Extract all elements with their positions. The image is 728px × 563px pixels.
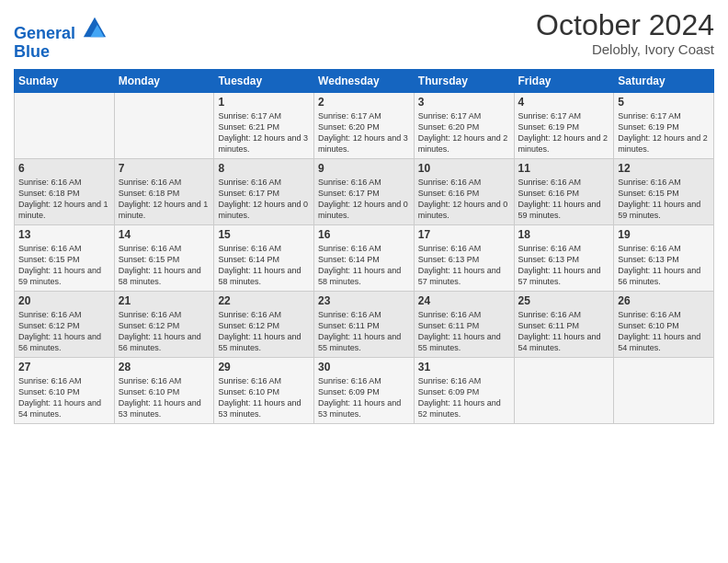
calendar-cell: 2Sunrise: 6:17 AM Sunset: 6:20 PM Daylig… bbox=[314, 92, 415, 158]
calendar-cell: 6Sunrise: 6:16 AM Sunset: 6:18 PM Daylig… bbox=[15, 158, 115, 224]
day-content: Sunrise: 6:16 AM Sunset: 6:11 PM Dayligh… bbox=[418, 309, 510, 354]
calendar-cell: 27Sunrise: 6:16 AM Sunset: 6:10 PM Dayli… bbox=[15, 357, 115, 423]
day-content: Sunrise: 6:16 AM Sunset: 6:10 PM Dayligh… bbox=[218, 375, 310, 420]
day-header-tuesday: Tuesday bbox=[214, 69, 314, 92]
week-row-1: 6Sunrise: 6:16 AM Sunset: 6:18 PM Daylig… bbox=[15, 158, 714, 224]
day-number: 11 bbox=[518, 162, 610, 175]
day-number: 17 bbox=[418, 228, 510, 241]
day-content: Sunrise: 6:16 AM Sunset: 6:18 PM Dayligh… bbox=[119, 177, 210, 222]
day-content: Sunrise: 6:16 AM Sunset: 6:11 PM Dayligh… bbox=[518, 309, 610, 354]
day-header-monday: Monday bbox=[114, 69, 214, 92]
day-header-thursday: Thursday bbox=[414, 69, 514, 92]
calendar-cell: 12Sunrise: 6:16 AM Sunset: 6:15 PM Dayli… bbox=[614, 158, 714, 224]
calendar-cell: 25Sunrise: 6:16 AM Sunset: 6:11 PM Dayli… bbox=[514, 291, 614, 357]
day-header-saturday: Saturday bbox=[614, 69, 714, 92]
day-content: Sunrise: 6:16 AM Sunset: 6:14 PM Dayligh… bbox=[318, 243, 410, 288]
logo: General Blue bbox=[14, 13, 108, 62]
calendar-cell: 26Sunrise: 6:16 AM Sunset: 6:10 PM Dayli… bbox=[614, 291, 714, 357]
header-row: SundayMondayTuesdayWednesdayThursdayFrid… bbox=[15, 69, 714, 92]
day-content: Sunrise: 6:17 AM Sunset: 6:19 PM Dayligh… bbox=[618, 110, 710, 155]
day-content: Sunrise: 6:16 AM Sunset: 6:13 PM Dayligh… bbox=[418, 243, 510, 288]
day-content: Sunrise: 6:16 AM Sunset: 6:15 PM Dayligh… bbox=[18, 243, 110, 288]
day-content: Sunrise: 6:16 AM Sunset: 6:12 PM Dayligh… bbox=[218, 309, 310, 354]
day-header-friday: Friday bbox=[514, 69, 614, 92]
day-number: 29 bbox=[218, 361, 310, 373]
day-content: Sunrise: 6:16 AM Sunset: 6:17 PM Dayligh… bbox=[318, 177, 410, 222]
day-number: 23 bbox=[318, 294, 410, 307]
day-number: 9 bbox=[318, 162, 410, 175]
day-number: 10 bbox=[418, 162, 510, 175]
day-content: Sunrise: 6:16 AM Sunset: 6:11 PM Dayligh… bbox=[318, 309, 410, 354]
calendar-cell bbox=[514, 357, 614, 423]
day-content: Sunrise: 6:16 AM Sunset: 6:10 PM Dayligh… bbox=[18, 375, 110, 420]
calendar-cell: 7Sunrise: 6:16 AM Sunset: 6:18 PM Daylig… bbox=[114, 158, 214, 224]
day-number: 27 bbox=[18, 361, 110, 373]
day-number: 22 bbox=[218, 294, 310, 307]
calendar-cell: 23Sunrise: 6:16 AM Sunset: 6:11 PM Dayli… bbox=[314, 291, 415, 357]
day-number: 12 bbox=[618, 162, 710, 175]
day-number: 24 bbox=[418, 294, 510, 307]
calendar-cell bbox=[614, 357, 714, 423]
week-row-4: 27Sunrise: 6:16 AM Sunset: 6:10 PM Dayli… bbox=[15, 357, 714, 423]
calendar-cell: 15Sunrise: 6:16 AM Sunset: 6:14 PM Dayli… bbox=[214, 224, 314, 291]
day-content: Sunrise: 6:16 AM Sunset: 6:09 PM Dayligh… bbox=[418, 375, 510, 420]
calendar-cell: 16Sunrise: 6:16 AM Sunset: 6:14 PM Dayli… bbox=[314, 224, 415, 291]
day-content: Sunrise: 6:16 AM Sunset: 6:10 PM Dayligh… bbox=[119, 375, 210, 420]
calendar-cell: 9Sunrise: 6:16 AM Sunset: 6:17 PM Daylig… bbox=[314, 158, 415, 224]
calendar-cell: 14Sunrise: 6:16 AM Sunset: 6:15 PM Dayli… bbox=[114, 224, 214, 291]
day-number: 7 bbox=[119, 162, 210, 175]
day-number: 18 bbox=[518, 228, 610, 241]
calendar-cell: 1Sunrise: 6:17 AM Sunset: 6:21 PM Daylig… bbox=[214, 92, 314, 158]
day-number: 16 bbox=[318, 228, 410, 241]
day-number: 19 bbox=[618, 228, 710, 241]
day-content: Sunrise: 6:16 AM Sunset: 6:15 PM Dayligh… bbox=[119, 243, 210, 288]
calendar-cell: 5Sunrise: 6:17 AM Sunset: 6:19 PM Daylig… bbox=[614, 92, 714, 158]
day-content: Sunrise: 6:16 AM Sunset: 6:16 PM Dayligh… bbox=[518, 177, 610, 222]
title-area: October 2024 Delobly, Ivory Coast bbox=[536, 9, 714, 57]
day-number: 6 bbox=[18, 162, 110, 175]
day-content: Sunrise: 6:17 AM Sunset: 6:20 PM Dayligh… bbox=[418, 110, 510, 155]
day-number: 28 bbox=[119, 361, 210, 373]
calendar-cell: 19Sunrise: 6:16 AM Sunset: 6:13 PM Dayli… bbox=[614, 224, 714, 291]
day-number: 1 bbox=[218, 96, 310, 109]
calendar-cell: 21Sunrise: 6:16 AM Sunset: 6:12 PM Dayli… bbox=[114, 291, 214, 357]
day-content: Sunrise: 6:16 AM Sunset: 6:16 PM Dayligh… bbox=[418, 177, 510, 222]
day-content: Sunrise: 6:17 AM Sunset: 6:19 PM Dayligh… bbox=[518, 110, 610, 155]
page-container: General Blue October 2024 Delobly, Ivory… bbox=[0, 0, 728, 433]
day-content: Sunrise: 6:16 AM Sunset: 6:13 PM Dayligh… bbox=[618, 243, 710, 288]
calendar-cell: 17Sunrise: 6:16 AM Sunset: 6:13 PM Dayli… bbox=[414, 224, 514, 291]
calendar-cell: 30Sunrise: 6:16 AM Sunset: 6:09 PM Dayli… bbox=[314, 357, 415, 423]
day-content: Sunrise: 6:16 AM Sunset: 6:12 PM Dayligh… bbox=[119, 309, 210, 354]
logo-icon bbox=[82, 13, 108, 39]
calendar-cell: 20Sunrise: 6:16 AM Sunset: 6:12 PM Dayli… bbox=[15, 291, 115, 357]
day-header-wednesday: Wednesday bbox=[314, 69, 415, 92]
day-content: Sunrise: 6:16 AM Sunset: 6:17 PM Dayligh… bbox=[218, 177, 310, 222]
day-number: 3 bbox=[418, 96, 510, 109]
day-number: 26 bbox=[618, 294, 710, 307]
calendar-cell: 24Sunrise: 6:16 AM Sunset: 6:11 PM Dayli… bbox=[414, 291, 514, 357]
week-row-0: 1Sunrise: 6:17 AM Sunset: 6:21 PM Daylig… bbox=[15, 92, 714, 158]
calendar-cell: 10Sunrise: 6:16 AM Sunset: 6:16 PM Dayli… bbox=[414, 158, 514, 224]
calendar-cell bbox=[114, 92, 214, 158]
calendar-cell: 11Sunrise: 6:16 AM Sunset: 6:16 PM Dayli… bbox=[514, 158, 614, 224]
logo-blue: Blue bbox=[14, 43, 108, 62]
calendar-cell: 4Sunrise: 6:17 AM Sunset: 6:19 PM Daylig… bbox=[514, 92, 614, 158]
calendar-cell: 29Sunrise: 6:16 AM Sunset: 6:10 PM Dayli… bbox=[214, 357, 314, 423]
day-content: Sunrise: 6:16 AM Sunset: 6:18 PM Dayligh… bbox=[18, 177, 110, 222]
header: General Blue October 2024 Delobly, Ivory… bbox=[14, 9, 714, 62]
calendar-cell: 22Sunrise: 6:16 AM Sunset: 6:12 PM Dayli… bbox=[214, 291, 314, 357]
day-content: Sunrise: 6:17 AM Sunset: 6:20 PM Dayligh… bbox=[318, 110, 410, 155]
calendar-table: SundayMondayTuesdayWednesdayThursdayFrid… bbox=[14, 69, 714, 424]
day-content: Sunrise: 6:17 AM Sunset: 6:21 PM Dayligh… bbox=[218, 110, 310, 155]
day-header-sunday: Sunday bbox=[15, 69, 115, 92]
day-content: Sunrise: 6:16 AM Sunset: 6:10 PM Dayligh… bbox=[618, 309, 710, 354]
calendar-cell bbox=[15, 92, 115, 158]
day-content: Sunrise: 6:16 AM Sunset: 6:13 PM Dayligh… bbox=[518, 243, 610, 288]
calendar-cell: 8Sunrise: 6:16 AM Sunset: 6:17 PM Daylig… bbox=[214, 158, 314, 224]
calendar-cell: 28Sunrise: 6:16 AM Sunset: 6:10 PM Dayli… bbox=[114, 357, 214, 423]
location-title: Delobly, Ivory Coast bbox=[536, 41, 714, 57]
day-number: 30 bbox=[318, 361, 410, 373]
day-content: Sunrise: 6:16 AM Sunset: 6:12 PM Dayligh… bbox=[18, 309, 110, 354]
calendar-cell: 13Sunrise: 6:16 AM Sunset: 6:15 PM Dayli… bbox=[15, 224, 115, 291]
day-number: 14 bbox=[119, 228, 210, 241]
